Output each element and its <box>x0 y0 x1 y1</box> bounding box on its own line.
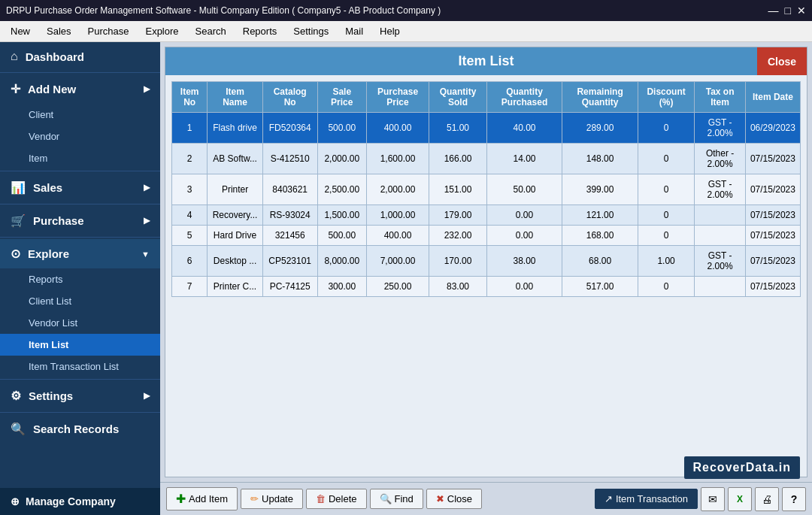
sidebar-item-item[interactable]: Item <box>0 147 160 169</box>
table-cell: 232.00 <box>429 226 486 246</box>
sidebar-item-transaction-list[interactable]: Item Transaction List <box>0 356 160 377</box>
window-close-button[interactable]: ✕ <box>797 5 806 17</box>
item-transaction-button[interactable]: ↗ Item Transaction <box>595 489 698 509</box>
col-item-name: Item Name <box>208 82 262 113</box>
sidebar-item-dashboard[interactable]: ⌂ Dashboard <box>0 42 160 71</box>
add-item-button[interactable]: ✚ Add Item <box>166 487 238 510</box>
sidebar-divider-6 <box>0 412 160 413</box>
table-cell: FD520364 <box>262 113 317 144</box>
table-cell: 83.00 <box>429 277 486 297</box>
table-row[interactable]: 1Flash driveFD520364500.00400.0051.0040.… <box>172 113 801 144</box>
minimize-button[interactable]: — <box>768 5 779 17</box>
sidebar-item-item-list[interactable]: Item List <box>0 334 160 356</box>
panel-close-button[interactable]: Close <box>757 47 807 75</box>
table-row[interactable]: 3Printer84036212,500.002,000.00151.0050.… <box>172 174 801 205</box>
excel-icon: X <box>737 494 743 504</box>
col-purchase-price: Purchase Price <box>366 82 429 113</box>
table-cell: PC-74125 <box>262 277 317 297</box>
table-cell: 517.00 <box>562 277 638 297</box>
table-row[interactable]: 2AB Softw...S-4125102,000.001,600.00166.… <box>172 144 801 174</box>
find-icon: 🔍 <box>380 493 392 504</box>
table-cell: 400.00 <box>366 226 429 246</box>
table-cell: 168.00 <box>562 226 638 246</box>
add-new-arrow: ▶ <box>144 84 150 94</box>
toolbar-right: ✉ X 🖨 ? <box>701 487 806 511</box>
table-row[interactable]: 5Hard Drive321456500.00400.00232.000.001… <box>172 226 801 246</box>
table-row[interactable]: 6Desktop ...CP5231018,000.007,000.00170.… <box>172 246 801 277</box>
sidebar-item-vendor-list[interactable]: Vendor List <box>0 312 160 334</box>
sidebar-add-new-label: Add New <box>28 83 76 95</box>
transaction-icon: ↗ <box>604 493 613 504</box>
col-catalog-no: Catalog No <box>262 82 317 113</box>
sidebar-item-add-new[interactable]: ✛ Add New ▶ <box>0 74 160 104</box>
table-cell: 0 <box>638 144 694 174</box>
item-table-container[interactable]: Item No Item Name Catalog No Sale Price … <box>165 75 807 477</box>
maximize-button[interactable]: □ <box>785 5 791 17</box>
sidebar-item-client-list[interactable]: Client List <box>0 290 160 312</box>
menu-purchase[interactable]: Purchase <box>80 24 137 38</box>
sidebar-item-reports[interactable]: Reports <box>0 268 160 290</box>
table-header-row: Item No Item Name Catalog No Sale Price … <box>172 82 801 113</box>
home-icon: ⌂ <box>11 50 18 63</box>
table-cell: 0 <box>638 277 694 297</box>
manage-company-button[interactable]: ⊕ Manage Company <box>0 488 160 515</box>
sidebar-divider-1 <box>0 72 160 73</box>
table-cell: 121.00 <box>562 205 638 226</box>
purchase-arrow: ▶ <box>144 216 150 226</box>
close-button[interactable]: ✖ Close <box>426 489 482 509</box>
sidebar-item-client[interactable]: Client <box>0 104 160 126</box>
panel-title: Item List <box>171 53 801 69</box>
table-cell: 2,500.00 <box>317 174 366 205</box>
menu-sales[interactable]: Sales <box>39 24 79 38</box>
col-discount: Discount (%) <box>638 82 694 113</box>
table-row[interactable]: 7Printer C...PC-74125300.00250.0083.000.… <box>172 277 801 297</box>
print-button[interactable]: 🖨 <box>755 487 779 511</box>
close-label: Close <box>447 493 472 504</box>
col-item-date: Item Date <box>745 82 800 113</box>
delete-icon: 🗑 <box>316 493 326 504</box>
table-cell: 8,000.00 <box>317 246 366 277</box>
email-button[interactable]: ✉ <box>701 487 725 511</box>
sidebar-item-settings[interactable]: ⚙ Settings ▶ <box>0 381 160 410</box>
table-cell: 500.00 <box>317 226 366 246</box>
table-cell: 250.00 <box>366 277 429 297</box>
table-cell: 4 <box>172 205 208 226</box>
delete-button[interactable]: 🗑 Delete <box>306 489 367 509</box>
menu-reports[interactable]: Reports <box>235 24 285 38</box>
table-row[interactable]: 4Recovery...RS-930241,500.001,000.00179.… <box>172 205 801 226</box>
sidebar-item-purchase[interactable]: 🛒 Purchase ▶ <box>0 206 160 235</box>
sales-icon: 📊 <box>11 180 26 195</box>
menu-settings[interactable]: Settings <box>286 24 336 38</box>
menu-help[interactable]: Help <box>372 24 408 38</box>
col-tax: Tax on Item <box>695 82 746 113</box>
sidebar-sales-label: Sales <box>33 181 62 194</box>
table-cell: GST - 2.00% <box>695 246 746 277</box>
sidebar-search-records-label: Search Records <box>33 423 119 435</box>
update-button[interactable]: ✏ Update <box>241 489 303 509</box>
table-cell: 07/15/2023 <box>745 246 800 277</box>
table-cell: S-412510 <box>262 144 317 174</box>
excel-button[interactable]: X <box>728 487 752 511</box>
menu-new[interactable]: New <box>3 24 38 38</box>
find-button[interactable]: 🔍 Find <box>370 489 423 509</box>
help-button[interactable]: ? <box>782 487 806 511</box>
sidebar-item-search-records[interactable]: 🔍 Search Records <box>0 414 160 444</box>
menu-mail[interactable]: Mail <box>338 24 371 38</box>
search-records-icon: 🔍 <box>11 422 26 436</box>
table-cell: 07/15/2023 <box>745 205 800 226</box>
sidebar-item-sales[interactable]: 📊 Sales ▶ <box>0 173 160 202</box>
manage-company-label: Manage Company <box>26 495 116 507</box>
close-icon: ✖ <box>436 493 444 504</box>
sidebar-item-vendor[interactable]: Vendor <box>0 126 160 147</box>
menu-explore[interactable]: Explore <box>138 24 186 38</box>
table-cell: 400.00 <box>366 113 429 144</box>
sidebar-item-explore[interactable]: ⊙ Explore ▼ <box>0 239 160 268</box>
purchase-icon: 🛒 <box>11 214 26 228</box>
table-cell: 0.00 <box>486 205 562 226</box>
menu-search[interactable]: Search <box>188 24 234 38</box>
col-item-no: Item No <box>172 82 208 113</box>
item-table: Item No Item Name Catalog No Sale Price … <box>171 81 801 297</box>
table-cell: 07/15/2023 <box>745 277 800 297</box>
table-cell: 0 <box>638 113 694 144</box>
sidebar-divider-2 <box>0 171 160 171</box>
